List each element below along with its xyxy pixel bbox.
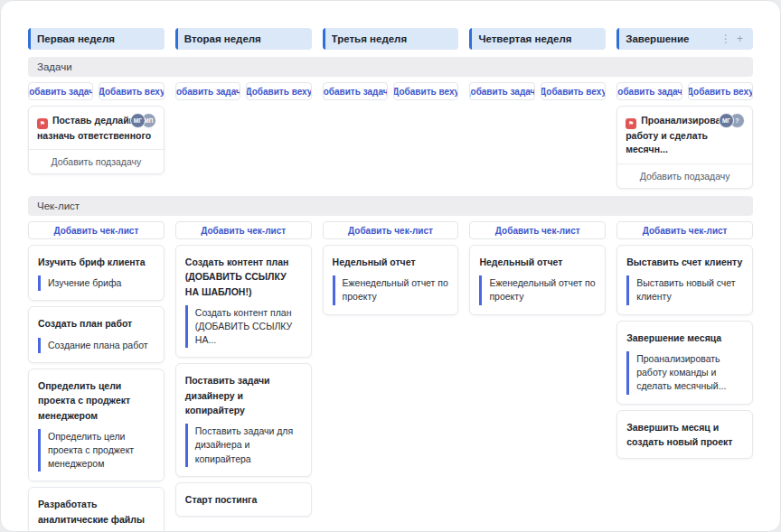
task-cell-week2 (175, 106, 312, 189)
task-cell-final: ⚑Проанализировать работу и сделать месяч… (616, 106, 753, 189)
add-subtask-button[interactable]: Добавить подзадачу (617, 163, 752, 188)
checklist-title: Завершение месяца (626, 331, 743, 345)
button-pair-week3: Добавить задачу Добавить веху (323, 82, 459, 100)
add-milestone-button[interactable]: Добавить веху (393, 82, 458, 100)
checklist-column-week3: Недельный отчет Еженедельный отчет по пр… (323, 245, 459, 532)
task-cards-row: ⚑Поставь дедлайны и назначь ответственно… (28, 106, 753, 189)
task-title-text: Проанализировать работу и сделать месячн… (626, 115, 731, 154)
task-card[interactable]: ⚑Проанализировать работу и сделать месяч… (616, 106, 753, 189)
column-title: Вторая неделя (184, 33, 261, 44)
add-task-button[interactable]: Добавить задачу (323, 82, 388, 100)
section-header-tasks: Задачи (28, 57, 753, 77)
checklist-card[interactable]: Старт постинга (175, 482, 312, 517)
checklist-title: Определить цели проекта с проджект менед… (38, 378, 155, 423)
task-cell-week1: ⚑Поставь дедлайны и назначь ответственно… (28, 106, 165, 189)
priority-flag-icon: ⚑ (626, 118, 636, 129)
checklist-title: Изучить бриф клиента (38, 255, 155, 269)
checklist-item[interactable]: Поставить задачи для дизайнера и копирай… (185, 424, 302, 467)
checklist-item[interactable]: Определить цели проекта с проджект менед… (38, 429, 155, 472)
checklist-title: Выставить счет клиенту (626, 255, 743, 269)
checklist-item[interactable]: Создание плана работ (38, 338, 155, 353)
checklist-title: Недельный отчет (333, 255, 449, 269)
checklist-column-week4: Недельный отчет Еженедельный отчет по пр… (469, 245, 606, 532)
checklist-card[interactable]: Создать контент план (ДОБАВИТЬ ССЫЛКУ НА… (175, 245, 312, 358)
button-pair-final: Добавить задачу Добавить веху (616, 82, 753, 100)
avatar: МГ (130, 113, 146, 128)
checklist-title: Создать контент план (ДОБАВИТЬ ССЫЛКУ НА… (185, 255, 302, 299)
checklist-columns-row: Изучить бриф клиента Изучение брифа Созд… (28, 239, 753, 532)
add-checklist-button[interactable]: Добавить чек-лист (175, 221, 312, 239)
column-title: Завершение (626, 33, 689, 44)
checklist-card[interactable]: Определить цели проекта с проджект менед… (28, 369, 165, 481)
add-task-button[interactable]: Добавить задачу (469, 82, 534, 100)
checklist-item[interactable]: Выставить новый счет клиенту (626, 275, 743, 304)
checklist-card[interactable]: Поставить задачи дизайнеру и копирайтеру… (175, 363, 312, 476)
add-milestone-button[interactable]: Добавить веху (99, 82, 164, 100)
add-milestone-button[interactable]: Добавить веху (246, 82, 311, 100)
checklist-item[interactable]: Создать контент план (ДОБАВИТЬ ССЫЛКУ НА… (185, 305, 302, 349)
column-title: Третья неделя (332, 33, 408, 44)
add-checklist-button[interactable]: Добавить чек-лист (28, 221, 165, 239)
checklist-title: Поставить задачи дизайнеру и копирайтеру (185, 373, 302, 417)
add-column-icon[interactable]: + (734, 32, 746, 46)
add-checklist-button[interactable]: Добавить чек-лист (469, 221, 606, 239)
assignee-avatars: МГ МП (130, 113, 156, 128)
column-menu-icon[interactable]: ⋮ (718, 32, 734, 46)
column-title: Первая неделя (37, 33, 115, 44)
column-header-week3[interactable]: Третья неделя (323, 28, 459, 50)
task-card-head: ⚑Проанализировать работу и сделать месяч… (617, 107, 752, 163)
add-task-buttons-row: Добавить задачу Добавить веху Добавить з… (28, 82, 753, 100)
checklist-column-week1: Изучить бриф клиента Изучение брифа Созд… (28, 245, 165, 532)
task-cell-week3 (323, 106, 459, 189)
checklist-title: Старт постинга (185, 492, 302, 507)
checklist-title: Завершить месяц и создать новый проект (626, 420, 743, 450)
project-board: Первая неделя Вторая неделя Третья недел… (0, 0, 781, 532)
column-header-week4[interactable]: Четвертая неделя (469, 28, 606, 50)
add-checklist-button[interactable]: Добавить чек-лист (616, 221, 753, 239)
task-card[interactable]: ⚑Поставь дедлайны и назначь ответственно… (28, 106, 165, 174)
add-task-button[interactable]: Добавить задачу (28, 82, 93, 100)
checklist-card[interactable]: Завершение месяца Проанализировать работ… (616, 321, 753, 405)
column-header-final[interactable]: Завершение ⋮ + (616, 28, 753, 50)
checklist-column-final: Выставить счет клиенту Выставить новый с… (616, 245, 753, 532)
add-task-button[interactable]: Добавить задачу (616, 82, 682, 100)
button-pair-week1: Добавить задачу Добавить веху (28, 82, 165, 100)
checklist-column-week2: Создать контент план (ДОБАВИТЬ ССЫЛКУ НА… (175, 245, 312, 532)
add-task-button[interactable]: Добавить задачу (175, 82, 240, 100)
assignee-avatars: МГ ? (719, 113, 745, 128)
avatar: МГ (719, 113, 734, 128)
column-title: Четвертая неделя (478, 33, 571, 44)
priority-flag-icon: ⚑ (37, 118, 48, 129)
checklist-card[interactable]: Недельный отчет Еженедельный отчет по пр… (469, 245, 606, 315)
checklist-card[interactable]: Недельный отчет Еженедельный отчет по пр… (323, 245, 459, 315)
checklist-item[interactable]: Проанализировать работу команды и сделат… (626, 351, 743, 395)
checklist-card[interactable]: Создать план работ Создание плана работ (28, 306, 165, 362)
section-header-checklist: Чек-лист (28, 196, 753, 216)
checklist-card[interactable]: Выставить счет клиенту Выставить новый с… (616, 245, 753, 315)
checklist-item[interactable]: Еженедельный отчет по проекту (479, 275, 596, 304)
column-header-week2[interactable]: Вторая неделя (175, 28, 312, 50)
checklist-card[interactable]: Изучить бриф клиента Изучение брифа (28, 245, 165, 301)
add-checklist-buttons-row: Добавить чек-лист Добавить чек-лист Доба… (28, 221, 753, 239)
column-headers-row: Первая неделя Вторая неделя Третья недел… (28, 28, 753, 50)
add-milestone-button[interactable]: Добавить веху (541, 82, 606, 100)
checklist-item[interactable]: Еженедельный отчет по проекту (333, 275, 449, 304)
button-pair-week4: Добавить задачу Добавить веху (469, 82, 606, 100)
task-card-head: ⚑Поставь дедлайны и назначь ответственно… (29, 107, 164, 149)
checklist-title: Создать план работ (38, 316, 155, 331)
checklist-title: Разработать аналитические файлы (38, 497, 155, 527)
button-pair-week2: Добавить задачу Добавить веху (175, 82, 312, 100)
add-subtask-button[interactable]: Добавить подзадачу (29, 149, 164, 173)
add-checklist-button[interactable]: Добавить чек-лист (323, 221, 459, 239)
task-cell-week4 (469, 106, 606, 189)
checklist-title: Недельный отчет (479, 255, 596, 269)
add-milestone-button[interactable]: Добавить веху (688, 82, 753, 100)
checklist-card[interactable]: Разработать аналитические файлы Создание… (28, 487, 165, 532)
checklist-card[interactable]: Завершить месяц и создать новый проект (616, 410, 753, 460)
checklist-item[interactable]: Изучение брифа (38, 275, 155, 291)
column-header-week1[interactable]: Первая неделя (28, 28, 165, 50)
